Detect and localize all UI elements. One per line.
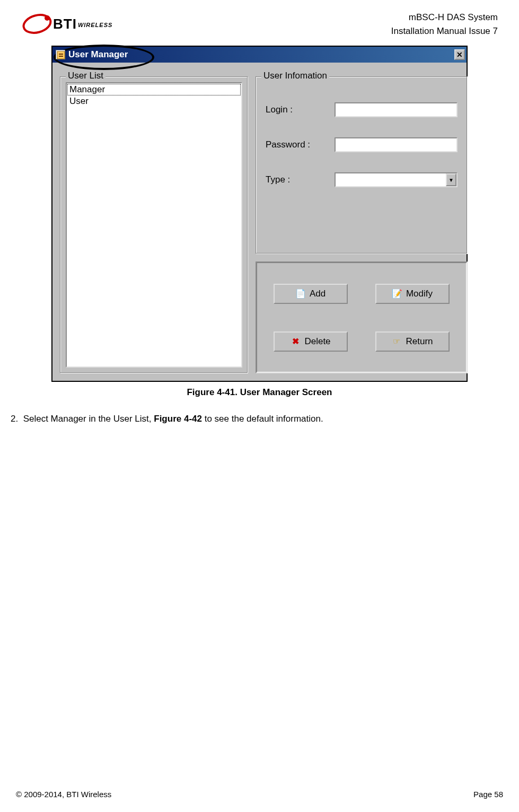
type-input[interactable]: [336, 173, 446, 186]
button-panel: 📄 Add 📝 Modify ✖ Delete ☞ Return: [256, 261, 468, 373]
delete-icon: ✖: [291, 337, 300, 346]
logo: BTIWIRELESS: [21, 11, 112, 37]
svg-rect-3: [59, 54, 63, 55]
type-label: Type :: [266, 174, 335, 185]
delete-label: Delete: [304, 336, 330, 347]
step-num: 2.: [11, 414, 18, 424]
return-button[interactable]: ☞ Return: [375, 331, 450, 352]
login-row: Login :: [266, 102, 458, 117]
logo-sub: WIRELESS: [78, 22, 112, 28]
doc-subtitle: Installation Manual Issue 7: [391, 24, 498, 38]
return-label: Return: [406, 336, 433, 347]
figure-caption: Figure 4-41. User Manager Screen: [21, 387, 498, 398]
user-list-legend: User List: [66, 71, 105, 81]
add-label: Add: [310, 289, 326, 299]
password-input[interactable]: [335, 137, 458, 152]
page-footer: © 2009-2014, BTI Wireless Page 58: [16, 790, 503, 799]
app-icon: [56, 50, 65, 59]
svg-rect-2: [57, 51, 65, 59]
step-post: to see the default information.: [202, 414, 323, 424]
modify-label: Modify: [406, 289, 433, 299]
titlebar-left: User Manager: [54, 49, 128, 60]
user-list[interactable]: Manager User: [66, 82, 242, 368]
modify-button[interactable]: 📝 Modify: [375, 284, 450, 304]
add-button[interactable]: 📄 Add: [274, 284, 348, 304]
delete-button[interactable]: ✖ Delete: [274, 331, 348, 352]
button-grid: 📄 Add 📝 Modify ✖ Delete ☞ Return: [257, 263, 467, 372]
login-label: Login :: [266, 104, 335, 115]
password-row: Password :: [266, 137, 458, 152]
doc-title: mBSC-H DAS System: [391, 11, 498, 24]
titlebar: User Manager ✕: [52, 47, 467, 63]
logo-text: BTIWIRELESS: [53, 16, 112, 32]
svg-rect-4: [59, 56, 63, 57]
close-icon: ✕: [456, 50, 463, 59]
dialog-body: User List Manager User User Infomation L…: [52, 63, 467, 381]
step-text: 2. Select Manager in the User List, Figu…: [11, 414, 498, 424]
user-info-fieldset: User Infomation Login : Password : Type …: [256, 76, 468, 254]
close-button[interactable]: ✕: [454, 49, 465, 60]
modify-icon: 📝: [392, 289, 402, 299]
page-header: BTIWIRELESS mBSC-H DAS System Installati…: [21, 11, 498, 38]
user-list-fieldset: User List Manager User: [60, 76, 248, 373]
type-combobox[interactable]: ▼: [335, 172, 458, 187]
user-info-legend: User Infomation: [261, 71, 329, 81]
password-label: Password :: [266, 139, 335, 150]
step-ref: Figure 4-42: [154, 414, 202, 424]
header-right: mBSC-H DAS System Installation Manual Is…: [391, 11, 498, 38]
step-pre: Select Manager in the User List,: [23, 414, 154, 424]
page-number: Page 58: [473, 790, 503, 799]
list-item[interactable]: User: [67, 95, 241, 107]
logo-main: BTI: [53, 16, 77, 32]
window-title: User Manager: [68, 49, 128, 60]
svg-point-1: [45, 15, 50, 21]
logo-swoosh-icon: [21, 11, 53, 37]
type-row: Type : ▼: [266, 172, 458, 187]
right-column: User Infomation Login : Password : Type …: [256, 76, 468, 373]
login-input[interactable]: [335, 102, 458, 117]
user-manager-window: User Manager ✕ User List Manager User Us…: [51, 46, 468, 382]
list-item[interactable]: Manager: [67, 84, 241, 95]
chevron-down-icon[interactable]: ▼: [446, 173, 456, 186]
return-icon: ☞: [392, 337, 401, 346]
add-icon: 📄: [296, 289, 305, 299]
copyright: © 2009-2014, BTI Wireless: [16, 790, 111, 799]
